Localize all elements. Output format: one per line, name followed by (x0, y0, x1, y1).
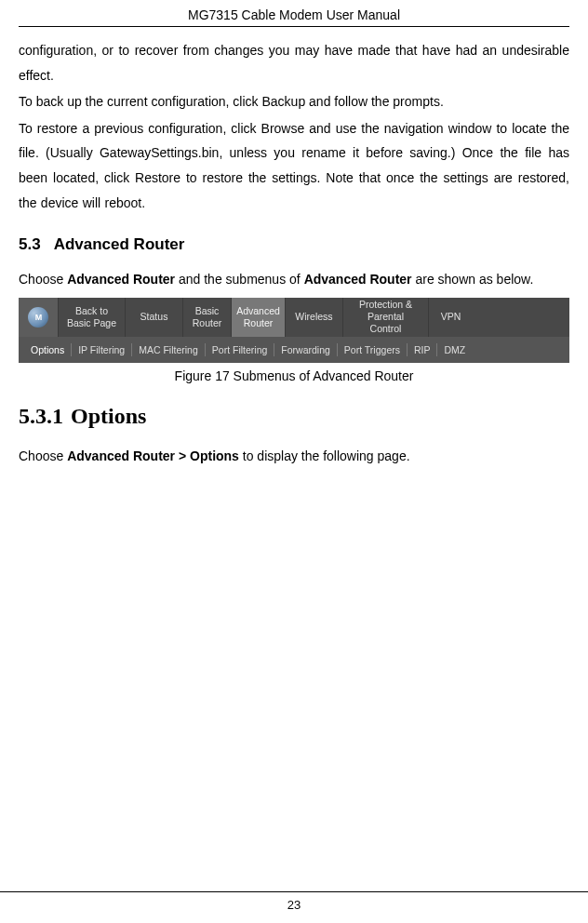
subnav-dmz: DMZ (437, 343, 472, 356)
nav-item-back: Back to Basic Page (58, 298, 125, 337)
text-pre-2: Choose (19, 448, 67, 463)
text-bold-2: Advanced Router (304, 272, 412, 287)
heading-5-3-num: 5.3 (19, 235, 41, 253)
nav-item-basic-router: Basic Router (182, 298, 231, 337)
heading-5-3: 5.3Advanced Router (19, 235, 569, 254)
paragraph-config: configuration, or to recover from change… (19, 38, 569, 87)
nav-item-protection: Protection & Parental Control (342, 298, 428, 337)
nav-item-vpn: VPN (428, 298, 473, 337)
subnav-rip: RIP (408, 343, 438, 356)
page-header-title: MG7315 Cable Modem User Manual (19, 0, 569, 27)
heading-5-3-1: 5.3.1Options (19, 404, 569, 429)
subnav-port-triggers: Port Triggers (338, 343, 408, 356)
nav-item-fill (473, 298, 569, 337)
nav-item-status: Status (125, 298, 182, 337)
nav-logo: M (19, 298, 58, 337)
heading-5-3-1-num: 5.3.1 (19, 404, 63, 428)
text-bold-1: Advanced Router (67, 272, 175, 287)
text-bold-3: Advanced Router > Options (67, 448, 239, 463)
page-footer: 23 (0, 891, 588, 912)
text-post: are shown as below. (412, 272, 534, 287)
subnav-options: Options (24, 343, 72, 356)
subnav-forwarding: Forwarding (274, 343, 338, 356)
text-pre: Choose (19, 272, 67, 287)
subnav-port-filtering: Port Filtering (206, 343, 275, 356)
paragraph-5-3-1-intro: Choose Advanced Router > Options to disp… (19, 444, 569, 469)
paragraph-backup: To back up the current configuration, cl… (19, 89, 569, 114)
nav-item-wireless: Wireless (285, 298, 342, 337)
nav-item-advanced-router: Advanced Router (231, 298, 285, 337)
motorola-logo-icon: M (28, 307, 48, 328)
paragraph-restore: To restore a previous configuration, cli… (19, 116, 569, 215)
heading-5-3-1-title: Options (71, 404, 146, 428)
paragraph-5-3-intro: Choose Advanced Router and the submenus … (19, 267, 569, 292)
text-post-2: to display the following page. (239, 448, 410, 463)
text-mid: and the submenus of (175, 272, 304, 287)
subnav-ip-filtering: IP Filtering (72, 343, 132, 356)
page-content: configuration, or to recover from change… (19, 27, 569, 468)
page-number: 23 (287, 898, 301, 912)
nav-top-row: M Back to Basic Page Status Basic Router… (19, 298, 569, 337)
figure-nav-screenshot: M Back to Basic Page Status Basic Router… (19, 298, 569, 363)
heading-5-3-title: Advanced Router (54, 235, 185, 253)
figure-caption: Figure 17 Submenus of Advanced Router (19, 368, 569, 383)
subnav-mac-filtering: MAC Filtering (132, 343, 206, 356)
subnav-row: Options IP Filtering MAC Filtering Port … (19, 337, 569, 363)
